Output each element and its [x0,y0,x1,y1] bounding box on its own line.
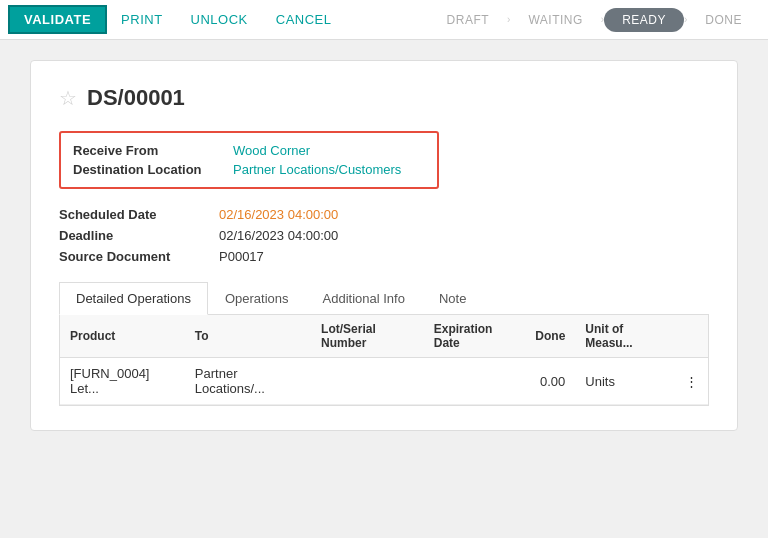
cell-product: [FURN_0004] Let... [60,358,185,405]
main-content: ☆ DS/00001 Receive From Wood Corner Dest… [0,40,768,538]
cell-unit-of-measure: Units [575,358,675,405]
cell-expiration-date [424,358,526,405]
favorite-icon[interactable]: ☆ [59,86,77,110]
deadline-value: 02/16/2023 04:00:00 [219,228,338,243]
source-document-value: P00017 [219,249,264,264]
tabs-bar: Detailed Operations Operations Additiona… [59,282,709,315]
cell-done: 0.00 [525,358,575,405]
deadline-row: Deadline 02/16/2023 04:00:00 [59,228,709,243]
tab-detailed-operations[interactable]: Detailed Operations [59,282,208,315]
col-header-product: Product [60,315,185,358]
table-container: Product To Lot/Serial Number Expiration … [59,315,709,406]
status-bar: DRAFT › WAITING › READY › DONE [429,8,760,32]
cell-row-menu[interactable]: ⋮ [675,358,708,405]
col-header-lot-serial: Lot/Serial Number [311,315,424,358]
toolbar: VALIDATE PRINT UNLOCK CANCEL DRAFT › WAI… [0,0,768,40]
scheduled-date-value[interactable]: 02/16/2023 04:00:00 [219,207,338,222]
print-button[interactable]: PRINT [107,7,177,32]
col-header-expiration-date: Expiration Date [424,315,526,358]
table-header-row: Product To Lot/Serial Number Expiration … [60,315,708,358]
unlock-button[interactable]: UNLOCK [177,7,262,32]
source-document-row: Source Document P00017 [59,249,709,264]
tab-additional-info[interactable]: Additional Info [306,282,422,315]
record-card: ☆ DS/00001 Receive From Wood Corner Dest… [30,60,738,431]
col-header-menu [675,315,708,358]
destination-row: Destination Location Partner Locations/C… [73,162,425,177]
status-ready: READY [604,8,684,32]
receive-from-value[interactable]: Wood Corner [233,143,310,158]
highlighted-fields: Receive From Wood Corner Destination Loc… [59,131,439,189]
cell-lot-serial [311,358,424,405]
destination-label: Destination Location [73,162,233,177]
normal-fields: Scheduled Date 02/16/2023 04:00:00 Deadl… [59,207,709,264]
cell-to: Partner Locations/... [185,358,311,405]
receive-from-row: Receive From Wood Corner [73,143,425,158]
source-document-label: Source Document [59,249,219,264]
cancel-button[interactable]: CANCEL [262,7,346,32]
tab-note[interactable]: Note [422,282,483,315]
status-waiting: WAITING [510,8,600,32]
deadline-label: Deadline [59,228,219,243]
scheduled-date-label: Scheduled Date [59,207,219,222]
col-header-to: To [185,315,311,358]
col-header-unit-of-measure: Unit of Measu... [575,315,675,358]
col-header-done: Done [525,315,575,358]
receive-from-label: Receive From [73,143,233,158]
destination-value[interactable]: Partner Locations/Customers [233,162,401,177]
record-title-row: ☆ DS/00001 [59,85,709,111]
status-draft: DRAFT [429,8,508,32]
table-row: [FURN_0004] Let... Partner Locations/...… [60,358,708,405]
status-done: DONE [687,8,760,32]
validate-button[interactable]: VALIDATE [8,5,107,34]
record-id: DS/00001 [87,85,185,111]
tab-operations[interactable]: Operations [208,282,306,315]
scheduled-date-row: Scheduled Date 02/16/2023 04:00:00 [59,207,709,222]
operations-table: Product To Lot/Serial Number Expiration … [60,315,708,405]
